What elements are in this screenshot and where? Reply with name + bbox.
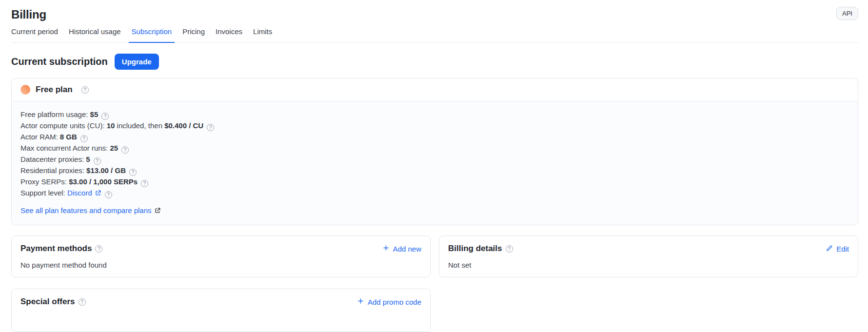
plan-feature-value: 25 (110, 144, 118, 152)
help-icon[interactable]: ? (80, 135, 88, 142)
billing-tabs: Current periodHistorical usageSubscripti… (11, 27, 858, 43)
plan-feature-label: Proxy SERPs: (20, 177, 69, 186)
current-subscription-section-header: Current subscription Upgrade (11, 54, 858, 70)
billing-details-empty-text: Not set (448, 261, 849, 269)
billing-details-title: Billing details (448, 244, 502, 254)
help-icon[interactable]: ? (121, 146, 129, 154)
plan-feature-value: 5 (86, 155, 90, 163)
plan-feature-value: 10 (107, 121, 115, 130)
tab-limits[interactable]: Limits (250, 27, 275, 43)
plan-card: Free plan ? Free platform usage: $5?Acto… (11, 78, 858, 225)
plan-feature-label: Residential proxies: (20, 166, 86, 175)
payment-methods-card: Payment methods ? Add new No payment met… (11, 235, 431, 277)
external-link-icon (154, 207, 161, 216)
plan-feature-value: $3.00 / 1,000 SERPs (69, 177, 138, 186)
plan-feature: Residential proxies: $13.00 / GB? (20, 165, 849, 176)
billing-details-header: Billing details ? Edit (448, 244, 849, 254)
tab-pricing[interactable]: Pricing (179, 27, 208, 43)
billing-page: Billing API Current periodHistorical usa… (0, 0, 868, 332)
free-plan-icon (20, 85, 30, 95)
add-promo-code-label: Add promo code (368, 298, 421, 306)
help-icon[interactable]: ? (506, 245, 513, 253)
section-title: Current subscription (11, 56, 108, 67)
pencil-icon (826, 245, 833, 253)
help-icon[interactable]: ? (81, 86, 89, 94)
page-header: Billing API (11, 7, 858, 21)
discord-link[interactable]: Discord (67, 189, 92, 197)
special-offers-card: Special offers ? Add promo code (11, 289, 431, 332)
help-icon[interactable]: ? (79, 298, 86, 306)
plan-feature-label: Actor RAM: (20, 133, 60, 141)
special-offers-header: Special offers ? Add promo code (20, 297, 421, 307)
help-icon[interactable]: ? (95, 245, 102, 253)
external-link-icon (95, 188, 101, 199)
plus-icon (382, 244, 390, 253)
plan-feature-value: $0.400 / CU (164, 121, 203, 130)
plan-feature-value: $13.00 / GB (86, 166, 126, 175)
plan-feature-label: Free platform usage: (20, 110, 90, 118)
tab-historical-usage[interactable]: Historical usage (66, 27, 124, 43)
add-payment-method-button[interactable]: Add new (382, 244, 421, 253)
plan-feature: Proxy SERPs: $3.00 / 1,000 SERPs? (20, 176, 849, 187)
plan-feature: Actor RAM: 8 GB? (20, 131, 849, 142)
plan-feature: Max concurrent Actor runs: 25? (20, 142, 849, 154)
add-promo-code-button[interactable]: Add promo code (357, 297, 421, 306)
tab-subscription[interactable]: Subscription (129, 27, 175, 43)
plan-title: Free plan (36, 85, 73, 95)
help-icon[interactable]: ? (141, 180, 148, 187)
billing-details-card: Billing details ? Edit Not set (439, 235, 858, 277)
billing-cards-grid: Payment methods ? Add new No payment met… (11, 235, 858, 332)
plan-card-header: Free plan ? (12, 78, 858, 101)
help-icon[interactable]: ? (207, 124, 214, 131)
upgrade-button[interactable]: Upgrade (115, 54, 159, 70)
plus-icon (357, 297, 364, 306)
help-icon[interactable]: ? (129, 169, 137, 176)
compare-plans-link[interactable]: See all plan features and compare plans (20, 206, 152, 215)
tab-invoices[interactable]: Invoices (213, 27, 245, 43)
payment-methods-title: Payment methods (20, 244, 92, 254)
plan-feature-label: Support level: (20, 189, 67, 197)
plan-feature-label: Datacenter proxies: (20, 155, 86, 163)
plan-feature: Actor compute units (CU): 10 included, t… (20, 120, 849, 131)
plan-feature-label: Actor compute units (CU): (20, 121, 107, 130)
compare-plans-row: See all plan features and compare plans (20, 206, 849, 216)
help-icon[interactable]: ? (105, 191, 112, 198)
api-button[interactable]: API (836, 7, 858, 20)
help-icon[interactable]: ? (94, 157, 101, 165)
tab-current-period[interactable]: Current period (8, 27, 61, 43)
plan-feature: Free platform usage: $5? (20, 109, 849, 120)
payment-methods-empty-text: No payment method found (20, 261, 421, 269)
help-icon[interactable]: ? (101, 113, 109, 120)
add-payment-method-label: Add new (393, 245, 421, 253)
edit-billing-details-label: Edit (836, 245, 849, 253)
plan-feature-value: $5 (90, 110, 99, 118)
edit-billing-details-button[interactable]: Edit (826, 245, 849, 253)
page-title: Billing (11, 8, 46, 21)
plan-feature-label: Max concurrent Actor runs: (20, 144, 110, 152)
plan-feature-value: 8 GB (60, 133, 77, 141)
plan-feature: Datacenter proxies: 5? (20, 154, 849, 165)
plan-features-list: Free platform usage: $5?Actor compute un… (12, 101, 858, 225)
plan-feature-text: included, then (115, 121, 164, 130)
payment-methods-header: Payment methods ? Add new (20, 244, 421, 254)
special-offers-title: Special offers (20, 297, 75, 307)
